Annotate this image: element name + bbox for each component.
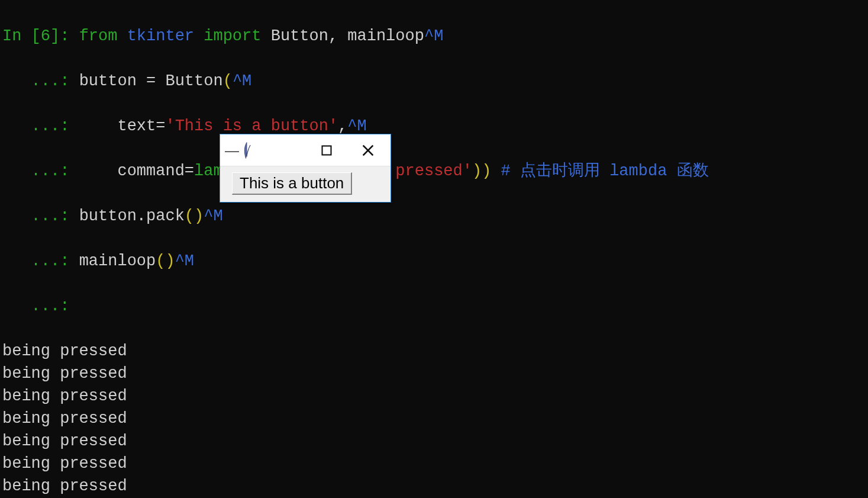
code-line: In [6]: from tkinter import Button, main… <box>2 25 866 47</box>
prompt-in: In [6]: <box>2 27 69 45</box>
output-line: being pressed <box>2 407 866 430</box>
output-line: being pressed <box>2 430 866 452</box>
output-line: being pressed <box>2 452 866 475</box>
code-line: ...: text='This is a button',^M <box>2 115 866 137</box>
code-line: ...: mainloop()^M <box>2 250 866 272</box>
this-is-a-button[interactable]: This is a button <box>232 172 352 195</box>
code-line: ...: command=lambda: print('being presse… <box>2 160 866 182</box>
close-button[interactable] <box>357 140 379 161</box>
maximize-icon <box>321 145 332 156</box>
tk-window[interactable]: — This is a button <box>220 134 391 203</box>
tk-app-icon: — <box>222 142 252 159</box>
tk-titlebar[interactable]: — <box>220 134 391 166</box>
code-line: ...: button = Button(^M <box>2 70 866 92</box>
output-line: being pressed <box>2 385 866 407</box>
code-line: ...: button.pack()^M <box>2 205 866 227</box>
svg-rect-0 <box>322 146 331 155</box>
close-icon <box>362 144 374 156</box>
feather-icon <box>241 142 252 159</box>
maximize-button[interactable] <box>316 140 337 161</box>
code-line: ...: <box>2 295 866 317</box>
tk-body: This is a button <box>220 166 391 202</box>
output-block: being pressedbeing pressedbeing pressedb… <box>2 340 866 498</box>
output-line: being pressed <box>2 475 866 497</box>
output-line: being pressed <box>2 362 866 385</box>
output-line: being pressed <box>2 340 866 362</box>
terminal-output: In [6]: from tkinter import Button, main… <box>0 0 868 498</box>
